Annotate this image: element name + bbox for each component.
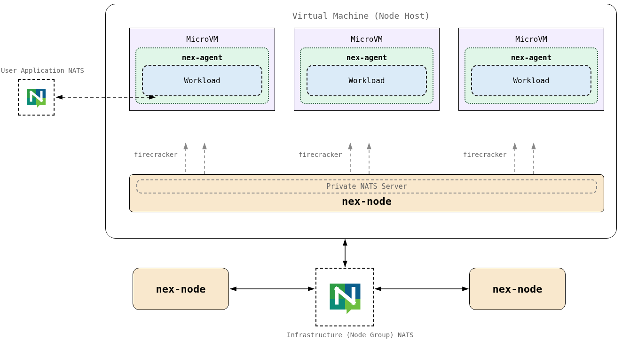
microvm-2-agent-title: nex-agent bbox=[307, 53, 427, 62]
nats-logo-large-icon bbox=[327, 279, 363, 316]
nex-node-left-box: nex-node bbox=[133, 268, 229, 310]
infra-nats-label: Infrastructure (Node Group) NATS bbox=[287, 331, 414, 339]
microvm-1-agent-title: nex-agent bbox=[142, 53, 262, 62]
microvm-1-workload: Workload bbox=[142, 65, 262, 96]
microvm-1-agent: nex-agent Workload bbox=[135, 47, 269, 104]
microvm-2-agent: nex-agent Workload bbox=[300, 47, 433, 104]
nex-node-main-box: Private NATS Server nex-node bbox=[129, 174, 604, 212]
nex-node-right-label: nex-node bbox=[493, 283, 543, 295]
firecracker-label-2: firecracker bbox=[299, 151, 342, 158]
microvm-3-workload: Workload bbox=[471, 65, 591, 96]
infra-nats-box bbox=[315, 268, 374, 326]
nex-node-main-label: nex-node bbox=[136, 195, 597, 207]
microvm-2-workload: Workload bbox=[307, 65, 427, 96]
vm-host-box: Virtual Machine (Node Host) MicroVM nex-… bbox=[105, 4, 617, 239]
nex-node-right-box: nex-node bbox=[469, 268, 566, 310]
private-nats-server: Private NATS Server bbox=[136, 179, 597, 194]
firecracker-label-3: firecracker bbox=[463, 151, 507, 158]
microvm-2-title: MicroVM bbox=[300, 35, 433, 44]
nex-node-left-label: nex-node bbox=[156, 283, 206, 295]
vm-host-title: Virtual Machine (Node Host) bbox=[106, 11, 616, 21]
microvm-3-agent-title: nex-agent bbox=[471, 53, 591, 62]
firecracker-label-1: firecracker bbox=[134, 151, 178, 158]
microvm-1-title: MicroVM bbox=[135, 35, 269, 44]
microvm-3-agent: nex-agent Workload bbox=[465, 47, 598, 104]
user-app-nats-label: User Application NATS bbox=[1, 67, 84, 74]
microvm-3-title: MicroVM bbox=[465, 35, 598, 44]
microvm-1: MicroVM nex-agent Workload bbox=[129, 28, 275, 111]
microvm-2: MicroVM nex-agent Workload bbox=[294, 28, 440, 111]
nats-logo-icon bbox=[25, 86, 47, 108]
microvm-3: MicroVM nex-agent Workload bbox=[458, 28, 604, 111]
user-app-nats-box bbox=[18, 79, 55, 116]
